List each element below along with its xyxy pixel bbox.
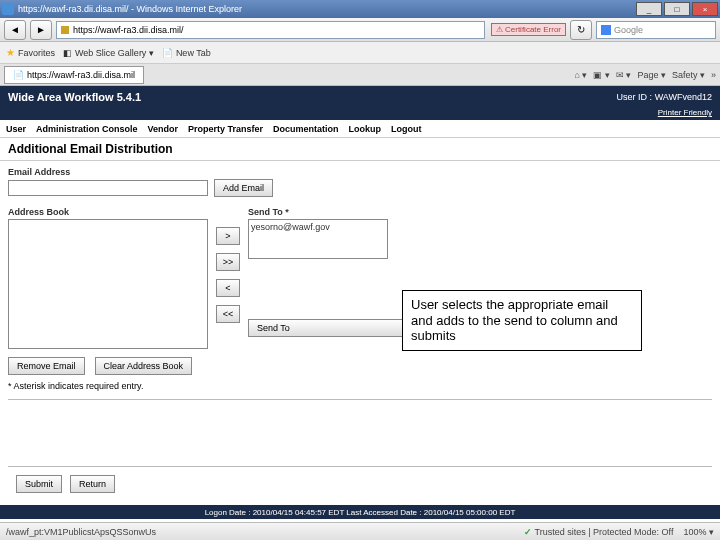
- webslice-button[interactable]: ◧ Web Slice Gallery ▾: [63, 48, 154, 58]
- instruction-callout: User selects the appropriate email and a…: [402, 290, 642, 351]
- maximize-button[interactable]: □: [664, 2, 690, 16]
- app-menubar: User Administration Console Vendor Prope…: [0, 120, 720, 138]
- user-id-value: WAWFvend12: [655, 92, 712, 102]
- user-id-label: User ID :: [617, 92, 653, 102]
- ie-icon: [2, 3, 14, 15]
- add-email-button[interactable]: Add Email: [214, 179, 273, 197]
- app-title: Wide Area Workflow 5.4.1: [8, 91, 141, 103]
- address-bar[interactable]: https://wawf-ra3.dii.disa.mil/: [56, 21, 485, 39]
- menu-property[interactable]: Property Transfer: [188, 124, 263, 134]
- google-icon: [601, 25, 611, 35]
- menu-user[interactable]: User: [6, 124, 26, 134]
- status-path: /wawf_pt:VM1PublicstApsQSSonwUs: [6, 527, 156, 537]
- zoom-control[interactable]: 100% ▾: [683, 527, 714, 537]
- safety-menu[interactable]: Safety ▾: [672, 70, 705, 80]
- webslice-icon: ◧: [63, 48, 72, 58]
- check-icon: ✓: [524, 527, 532, 537]
- printer-friendly-link[interactable]: Printer Friendly: [0, 108, 720, 120]
- tools-overflow[interactable]: »: [711, 70, 716, 80]
- move-left-button[interactable]: <: [216, 279, 240, 297]
- address-book-label: Address Book: [8, 207, 208, 217]
- search-box[interactable]: Google: [596, 21, 716, 39]
- sendto-list[interactable]: yesorno@wawf.gov: [248, 219, 388, 259]
- sendto-label: Send To *: [248, 207, 408, 217]
- mail-button[interactable]: ✉ ▾: [616, 70, 632, 80]
- shield-icon: ⚠: [496, 25, 503, 34]
- nav-bar: ◄ ► https://wawf-ra3.dii.disa.mil/ ⚠ Cer…: [0, 18, 720, 42]
- feeds-button[interactable]: ▣ ▾: [593, 70, 610, 80]
- menu-vendor[interactable]: Vendor: [148, 124, 179, 134]
- menu-documentation[interactable]: Documentation: [273, 124, 339, 134]
- star-icon: ★: [6, 47, 15, 58]
- minimize-button[interactable]: _: [636, 2, 662, 16]
- search-placeholder: Google: [614, 25, 643, 35]
- refresh-button[interactable]: ↻: [570, 20, 592, 40]
- back-button[interactable]: ◄: [4, 20, 26, 40]
- favorites-button[interactable]: ★ Favorites: [6, 47, 55, 58]
- url-text: https://wawf-ra3.dii.disa.mil/: [73, 25, 184, 35]
- address-book-list[interactable]: [8, 219, 208, 349]
- lock-icon: [61, 26, 69, 34]
- window-title: https://wawf-ra3.dii.disa.mil/ - Windows…: [18, 4, 242, 14]
- home-button[interactable]: ⌂ ▾: [574, 70, 587, 80]
- move-right-button[interactable]: >: [216, 227, 240, 245]
- tab-bar: 📄 https://wawf-ra3.dii.disa.mil ⌂ ▾ ▣ ▾ …: [0, 64, 720, 86]
- clear-address-book-button[interactable]: Clear Address Book: [95, 357, 193, 375]
- cert-error-badge[interactable]: ⚠ Certificate Error: [491, 23, 566, 36]
- newtab-button[interactable]: 📄 New Tab: [162, 48, 211, 58]
- menu-lookup[interactable]: Lookup: [349, 124, 382, 134]
- page-menu[interactable]: Page ▾: [637, 70, 666, 80]
- app-header: Wide Area Workflow 5.4.1 User ID : WAWFv…: [0, 86, 720, 108]
- favorites-bar: ★ Favorites ◧ Web Slice Gallery ▾ 📄 New …: [0, 42, 720, 64]
- email-address-input[interactable]: [8, 180, 208, 196]
- return-button[interactable]: Return: [70, 475, 115, 493]
- sendto-button[interactable]: Send To: [248, 319, 408, 337]
- page-icon: 📄: [162, 48, 173, 58]
- page-title: Additional Email Distribution: [0, 138, 720, 161]
- logon-info-bar: Logon Date : 2010/04/15 04:45:57 EDT Las…: [0, 505, 720, 519]
- move-all-left-button[interactable]: <<: [216, 305, 240, 323]
- submit-button[interactable]: Submit: [16, 475, 62, 493]
- browser-tab[interactable]: 📄 https://wawf-ra3.dii.disa.mil: [4, 66, 144, 84]
- move-all-right-button[interactable]: >>: [216, 253, 240, 271]
- email-address-label: Email Address: [8, 167, 712, 177]
- menu-logout[interactable]: Logout: [391, 124, 422, 134]
- tab-icon: 📄: [13, 70, 24, 80]
- menu-admin[interactable]: Administration Console: [36, 124, 138, 134]
- sendto-value: yesorno@wawf.gov: [251, 222, 330, 232]
- close-button[interactable]: ×: [692, 2, 718, 16]
- remove-email-button[interactable]: Remove Email: [8, 357, 85, 375]
- trusted-sites-indicator[interactable]: ✓ Trusted sites | Protected Mode: Off: [524, 527, 674, 537]
- window-titlebar: https://wawf-ra3.dii.disa.mil/ - Windows…: [0, 0, 720, 18]
- required-note: * Asterisk indicates required entry.: [8, 381, 712, 391]
- forward-button[interactable]: ►: [30, 20, 52, 40]
- status-bar: /wawf_pt:VM1PublicstApsQSSonwUs ✓ Truste…: [0, 522, 720, 540]
